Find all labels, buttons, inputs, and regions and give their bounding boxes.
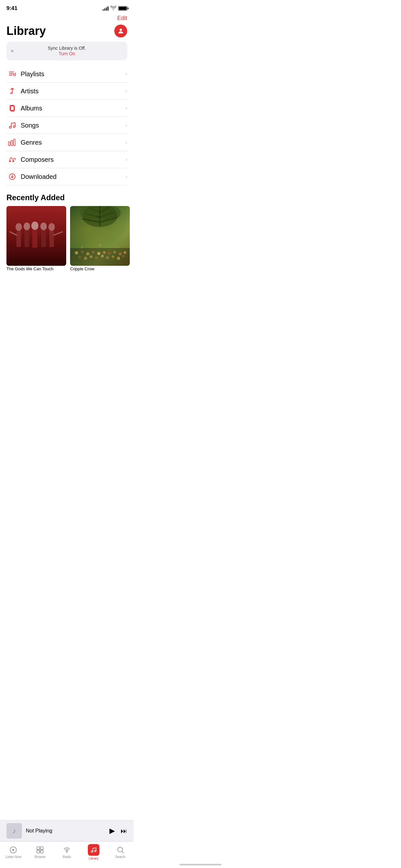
page-title: Library: [6, 24, 46, 38]
svg-point-33: [86, 252, 89, 255]
battery-icon: [118, 6, 127, 11]
status-icons: [103, 6, 127, 11]
chevron-right-icon: ›: [126, 105, 127, 111]
title-row: Library: [0, 23, 134, 42]
downloaded-icon: [6, 173, 18, 181]
songs-label: Songs: [21, 122, 126, 129]
playlists-label: Playlists: [21, 70, 126, 78]
genres-icon: [6, 138, 18, 146]
svg-rect-12: [11, 141, 12, 146]
library-item-genres[interactable]: Genres ›: [6, 134, 127, 151]
playlists-icon: [6, 70, 18, 78]
sync-text-container: Sync Library is Off. Turn On: [11, 45, 122, 57]
library-item-songs[interactable]: Songs ›: [6, 117, 127, 134]
recently-added-title: Recently Added: [0, 185, 134, 206]
downloaded-label: Downloaded: [21, 173, 126, 181]
library-list: Playlists › Artists › Albums ›: [0, 66, 134, 185]
svg-rect-24: [50, 231, 54, 247]
signal-bars-icon: [103, 6, 109, 11]
svg-point-48: [117, 257, 120, 260]
svg-rect-16: [17, 231, 21, 247]
sync-message: Sync Library is Off.: [11, 45, 122, 51]
svg-point-9: [9, 126, 11, 128]
chevron-right-icon: ›: [126, 71, 127, 77]
svg-rect-13: [13, 139, 15, 146]
status-bar: 9:41: [0, 0, 134, 14]
svg-point-40: [124, 251, 126, 254]
composers-icon: [6, 156, 18, 163]
album-art-cripple: [70, 206, 130, 266]
album-name-cripple: Cripple Crow: [70, 267, 94, 271]
chevron-right-icon: ›: [126, 157, 127, 162]
svg-point-6: [10, 93, 12, 94]
avatar[interactable]: [114, 25, 127, 37]
sync-banner: ✕ Sync Library is Off. Turn On: [6, 42, 127, 60]
svg-point-38: [113, 251, 116, 253]
svg-point-42: [84, 257, 87, 260]
chevron-right-icon: ›: [126, 140, 127, 145]
header: Edit: [0, 14, 134, 23]
recently-added-section: Recently Added: [0, 185, 134, 272]
svg-point-44: [95, 256, 98, 259]
library-item-artists[interactable]: Artists ›: [6, 83, 127, 100]
svg-point-41: [79, 256, 81, 258]
svg-line-25: [10, 232, 17, 235]
svg-rect-22: [41, 230, 46, 247]
sync-turn-on-button[interactable]: Turn On: [59, 51, 75, 56]
genres-label: Genres: [21, 139, 126, 146]
svg-point-15: [16, 223, 22, 231]
svg-point-45: [101, 255, 104, 257]
sync-close-button[interactable]: ✕: [10, 49, 14, 54]
artists-icon: [6, 87, 18, 95]
svg-point-23: [49, 223, 55, 231]
svg-rect-11: [8, 142, 10, 146]
chevron-right-icon: ›: [126, 122, 127, 128]
album-grid: The Gods We Can Touch: [0, 206, 134, 272]
svg-point-28: [80, 206, 99, 219]
svg-point-34: [92, 251, 95, 253]
status-time: 9:41: [6, 5, 18, 11]
library-item-downloaded[interactable]: Downloaded ›: [6, 168, 127, 185]
svg-point-17: [24, 222, 30, 230]
library-item-playlists[interactable]: Playlists ›: [6, 66, 127, 83]
svg-point-49: [122, 255, 125, 257]
svg-point-19: [31, 221, 38, 230]
svg-rect-18: [25, 230, 29, 247]
svg-point-47: [112, 255, 114, 258]
svg-point-46: [106, 256, 109, 259]
svg-point-35: [97, 252, 100, 255]
svg-point-0: [120, 29, 122, 31]
artists-label: Artists: [21, 88, 126, 95]
svg-point-36: [103, 251, 105, 254]
composers-label: Composers: [21, 156, 126, 163]
albums-icon: [6, 104, 18, 112]
album-name-gods: The Gods We Can Touch: [6, 267, 54, 271]
svg-point-39: [119, 252, 122, 255]
svg-point-21: [40, 222, 47, 230]
svg-point-31: [75, 251, 78, 254]
library-item-albums[interactable]: Albums ›: [6, 100, 127, 117]
svg-point-32: [81, 251, 84, 253]
svg-point-43: [90, 255, 92, 258]
album-card-cripple[interactable]: Cripple Crow: [70, 206, 130, 272]
svg-point-37: [108, 252, 111, 255]
chevron-right-icon: ›: [126, 174, 127, 180]
edit-button[interactable]: Edit: [117, 15, 127, 22]
svg-point-4: [13, 74, 16, 76]
songs-icon: [6, 121, 18, 129]
album-card-gods[interactable]: The Gods We Can Touch: [6, 206, 66, 272]
album-art-gods: [6, 206, 66, 266]
wifi-icon: [111, 6, 116, 11]
albums-label: Albums: [21, 104, 126, 112]
person-icon: [117, 27, 124, 35]
chevron-right-icon: ›: [126, 88, 127, 94]
svg-line-26: [54, 232, 62, 235]
svg-point-29: [100, 206, 121, 220]
library-item-composers[interactable]: Composers ›: [6, 151, 127, 168]
svg-rect-20: [32, 230, 37, 248]
